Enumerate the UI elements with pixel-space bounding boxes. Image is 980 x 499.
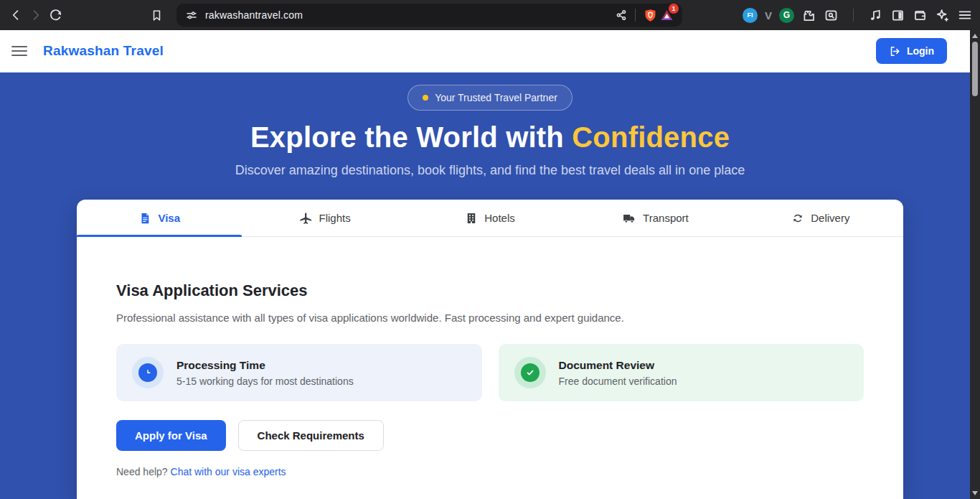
- tab-transport[interactable]: Transport: [573, 200, 738, 236]
- tab-delivery[interactable]: Delivery: [738, 200, 903, 236]
- extension-v-icon[interactable]: V: [765, 9, 772, 22]
- scroll-down-arrow[interactable]: [972, 491, 978, 495]
- info-card-text: Free document verification: [559, 376, 677, 387]
- vertical-scrollbar[interactable]: [970, 30, 980, 499]
- browser-menu-icon[interactable]: [957, 7, 973, 23]
- check-requirements-button[interactable]: Check Requirements: [238, 420, 384, 451]
- brave-shield-icon[interactable]: [643, 8, 658, 23]
- tab-transport-label: Transport: [643, 212, 689, 224]
- hero-title: Explore the World with Confidence: [0, 120, 980, 154]
- delivery-cycle-icon: [791, 212, 804, 225]
- plane-icon: [299, 211, 313, 225]
- browser-chrome: rakwashantravel.com 1 FI V G: [0, 0, 980, 30]
- hero-title-highlight: Confidence: [572, 121, 730, 153]
- leo-ai-sparkle-icon[interactable]: [935, 8, 950, 23]
- trust-badge: Your Trusted Travel Partner: [407, 85, 573, 111]
- visa-document-icon: [138, 212, 151, 225]
- clock-icon-circle: [132, 357, 164, 388]
- page-area: Rakwashan Travel Login Your Trusted Trav…: [0, 30, 980, 499]
- wallet-icon[interactable]: [913, 8, 928, 23]
- help-line: Need help? Chat with our visa experts: [116, 466, 864, 477]
- brave-rewards-button[interactable]: 1: [658, 6, 675, 24]
- tab-hotels-label: Hotels: [484, 212, 515, 224]
- scroll-up-arrow[interactable]: [972, 34, 978, 38]
- badge-label: Your Trusted Travel Partner: [435, 92, 557, 103]
- hero-subtitle: Discover amazing destinations, book flig…: [0, 163, 980, 178]
- check-icon: [521, 363, 540, 382]
- tab-visa[interactable]: Visa: [77, 200, 242, 236]
- menu-button[interactable]: [11, 42, 30, 60]
- document-review-card: Document Review Free document verificati…: [499, 344, 864, 401]
- extension-fi-icon[interactable]: FI: [743, 8, 758, 23]
- login-label: Login: [907, 45, 934, 57]
- share-icon[interactable]: [615, 9, 628, 22]
- bookmarks-button[interactable]: [146, 5, 166, 25]
- address-bar[interactable]: rakwashantravel.com 1: [176, 4, 682, 27]
- help-prefix: Need help?: [116, 466, 168, 477]
- refresh-icon: [49, 8, 63, 22]
- url-text[interactable]: rakwashantravel.com: [205, 9, 303, 21]
- sidebar-panel-icon[interactable]: [890, 8, 905, 23]
- back-button[interactable]: [6, 5, 26, 25]
- badge-dot-icon: [423, 95, 428, 101]
- login-button[interactable]: Login: [876, 38, 947, 64]
- section-description: Professional assistance with all types o…: [116, 312, 864, 324]
- info-card-title: Processing Time: [176, 359, 354, 372]
- check-icon-circle: [514, 357, 546, 388]
- toolbar-separator: [853, 9, 854, 22]
- bookmark-icon: [150, 9, 164, 22]
- section-title: Visa Application Services: [116, 281, 864, 300]
- tab-hotels[interactable]: Hotels: [407, 200, 573, 236]
- clock-icon: [138, 363, 157, 382]
- tab-visa-label: Visa: [158, 212, 180, 224]
- visa-tab-content: Visa Application Services Professional a…: [77, 237, 903, 477]
- tab-delivery-label: Delivery: [811, 212, 849, 224]
- truck-icon: [622, 211, 636, 225]
- extensions-area: FI V G: [743, 7, 973, 23]
- refresh-button[interactable]: [46, 5, 66, 25]
- tab-flights[interactable]: Flights: [242, 200, 407, 236]
- search-tabs-icon[interactable]: [824, 8, 839, 23]
- hotel-building-icon: [465, 212, 478, 225]
- rewards-badge: 1: [669, 4, 679, 14]
- apply-for-visa-button[interactable]: Apply for Visa: [116, 420, 226, 451]
- back-icon: [9, 8, 23, 22]
- info-cards-row: Processing Time 5-15 working days for mo…: [116, 344, 864, 401]
- site-controls-icon[interactable]: [185, 9, 198, 22]
- tab-flights-label: Flights: [319, 212, 351, 224]
- scrollbar-thumb[interactable]: [972, 42, 978, 96]
- extensions-puzzle-icon[interactable]: [801, 8, 816, 23]
- login-icon: [889, 45, 901, 57]
- info-card-text: 5-15 working days for most destinations: [176, 376, 354, 387]
- info-card-title: Document Review: [559, 359, 677, 372]
- hero-section: Your Trusted Travel Partner Explore the …: [0, 73, 980, 499]
- grammarly-icon[interactable]: G: [779, 8, 794, 23]
- forward-button[interactable]: [26, 5, 46, 25]
- action-buttons-row: Apply for Visa Check Requirements: [116, 420, 864, 451]
- site-header: Rakwashan Travel Login: [0, 30, 980, 73]
- services-card: Visa Flights Hotels Transport Delivery: [77, 200, 903, 499]
- brand-title[interactable]: Rakwashan Travel: [43, 43, 164, 59]
- processing-time-card: Processing Time 5-15 working days for mo…: [116, 344, 482, 401]
- chat-experts-link[interactable]: Chat with our visa experts: [171, 466, 286, 477]
- media-control-icon[interactable]: [868, 8, 883, 23]
- forward-icon: [29, 8, 43, 22]
- services-tabbar: Visa Flights Hotels Transport Delivery: [77, 200, 903, 237]
- urlbar-separator: [635, 9, 636, 22]
